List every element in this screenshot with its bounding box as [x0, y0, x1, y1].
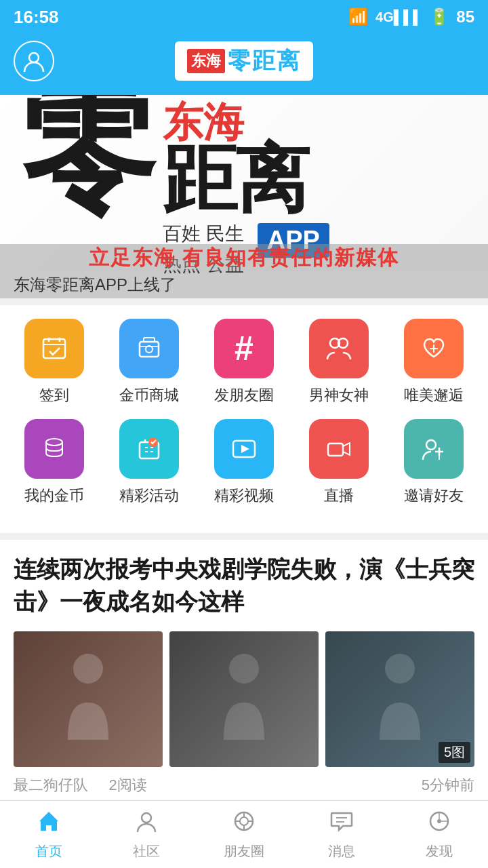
videos-label: 精彩视频 [214, 486, 274, 506]
moments-label: 发朋友圈 [214, 385, 274, 406]
feature-checkin[interactable]: 签到 [14, 319, 95, 406]
nav-community-label: 社区 [133, 842, 160, 861]
news-source-reads: 最二狗仔队 2阅读 [14, 775, 147, 795]
discover-icon [427, 809, 451, 840]
news-image-2[interactable] [169, 631, 319, 767]
svg-point-23 [385, 654, 415, 684]
checkin-label: 签到 [39, 385, 69, 406]
banner-background: 零 东海 距离 百姓 民生 热点 公益 APP 立足东海 有良知有责任的新媒体 [0, 95, 488, 271]
banner-subtitle-text: 立足东海 有良知有责任的新媒体 [89, 244, 399, 272]
news-image-1[interactable] [14, 631, 163, 767]
feature-moments[interactable]: # 发朋友圈 [203, 319, 285, 406]
svg-marker-17 [343, 443, 350, 455]
feature-activities[interactable]: 精彩活动 [108, 419, 190, 506]
feature-encounter[interactable]: 唯美邂逅 [393, 319, 474, 406]
news-headline[interactable]: 连续两次报考中央戏剧学院失败，演《士兵突击》一夜成名如今这样 [14, 553, 474, 618]
nav-discover[interactable]: 发现 [390, 801, 488, 868]
nav-moments-label: 朋友圈 [224, 842, 264, 861]
my-coins-icon-box [24, 419, 84, 479]
nav-home[interactable]: 首页 [0, 801, 98, 868]
feature-invite[interactable]: 邀请好友 [393, 419, 474, 506]
bottom-navigation: 首页 社区 朋友圈 [0, 800, 488, 868]
live-label: 直播 [324, 486, 354, 506]
banner-subtitle: 立足东海 有良知有责任的新媒体 [0, 244, 488, 271]
nav-discover-label: 发现 [426, 842, 453, 861]
svg-point-26 [240, 817, 248, 825]
idols-icon-box [309, 319, 369, 378]
image-count-badge: 5图 [439, 742, 470, 763]
person-silhouette-2 [169, 631, 319, 767]
news-source: 最二狗仔队 [14, 776, 88, 793]
home-icon [37, 809, 61, 840]
battery-level: 85 [456, 7, 474, 26]
feature-my-coins[interactable]: 我的金币 [14, 419, 95, 506]
coin-shop-icon-box [119, 319, 179, 378]
activities-icon-box [119, 419, 179, 479]
invite-label: 邀请好友 [404, 486, 464, 506]
logo-main-text: 零距离 [228, 45, 301, 77]
status-time: 16:58 [14, 7, 59, 28]
news-image-row: 5图 [14, 631, 474, 767]
status-bar: 16:58 📶 4G▌▌▌ 🔋 85 [0, 0, 488, 34]
svg-marker-15 [241, 445, 249, 453]
moments-nav-icon [232, 809, 256, 840]
coin-shop-label: 金币商城 [119, 385, 179, 406]
feature-idols[interactable]: 男神女神 [298, 319, 380, 406]
banner-char-juyi: 距离 [163, 145, 329, 212]
news-section: 连续两次报考中央戏剧学院失败，演《士兵突击》一夜成名如今这样 [0, 540, 488, 809]
moments-icon-box: # [214, 319, 274, 378]
svg-point-22 [229, 654, 259, 684]
logo-donghai-text: 东海 [187, 49, 225, 73]
encounter-icon-box [404, 319, 464, 378]
banner-char-zero: 零 [20, 95, 152, 209]
nav-messages[interactable]: 消息 [293, 801, 390, 868]
wifi-icon: 📶 [348, 7, 369, 26]
user-avatar[interactable] [14, 41, 54, 81]
svg-point-24 [142, 813, 151, 823]
feature-coin-shop[interactable]: 金币商城 [108, 319, 190, 406]
nav-messages-label: 消息 [328, 842, 355, 861]
icon-row-2: 我的金币 精彩活动 精彩视频 [7, 419, 481, 506]
checkin-icon-box [24, 319, 84, 378]
nav-community[interactable]: 社区 [98, 801, 195, 868]
person-silhouette-1 [14, 631, 163, 767]
messages-icon [329, 809, 354, 840]
signal-icon: 4G▌▌▌ [375, 9, 422, 25]
feature-grid: 签到 金币商城 # 发朋友圈 [0, 305, 488, 533]
videos-icon-box [214, 419, 274, 479]
svg-point-34 [437, 819, 441, 823]
app-header: 东海 零距离 [0, 34, 488, 95]
svg-point-21 [73, 654, 103, 684]
live-icon-box [309, 419, 369, 479]
nav-moments[interactable]: 朋友圈 [195, 801, 293, 868]
battery-icon: 🔋 [429, 7, 449, 26]
activities-label: 精彩活动 [119, 486, 179, 506]
hero-banner: 零 东海 距离 百姓 民生 热点 公益 APP 立足东海 有良知有责任的新媒体 … [0, 95, 488, 298]
status-icons: 📶 4G▌▌▌ 🔋 85 [348, 7, 474, 26]
svg-point-0 [29, 53, 39, 62]
feature-live[interactable]: 直播 [298, 419, 380, 506]
community-icon [134, 809, 159, 840]
svg-rect-5 [140, 342, 159, 357]
icon-row-1: 签到 金币商城 # 发朋友圈 [7, 319, 481, 406]
encounter-label: 唯美邂逅 [404, 385, 464, 406]
nav-home-label: 首页 [35, 842, 62, 861]
svg-point-11 [46, 439, 62, 446]
my-coins-label: 我的金币 [24, 486, 84, 506]
news-time: 5分钟前 [422, 775, 474, 795]
feature-videos[interactable]: 精彩视频 [203, 419, 285, 506]
app-logo: 东海 零距离 [175, 41, 313, 81]
svg-point-18 [426, 440, 436, 450]
news-metadata: 最二狗仔队 2阅读 5分钟前 [14, 775, 474, 795]
idols-label: 男神女神 [309, 385, 369, 406]
svg-rect-1 [43, 339, 65, 358]
news-reads: 2阅读 [109, 776, 147, 793]
news-image-3[interactable]: 5图 [325, 631, 474, 767]
svg-rect-16 [328, 443, 343, 456]
invite-icon-box [404, 419, 464, 479]
